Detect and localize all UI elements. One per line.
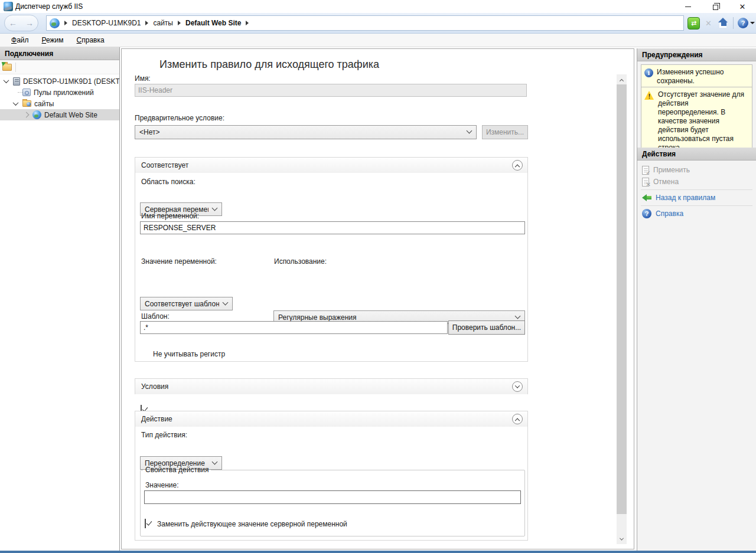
match-section: Соответствует Область поиска: Серверная … xyxy=(135,157,528,362)
variable-name-field[interactable] xyxy=(140,221,525,234)
variable-name-label: Имя переменной: xyxy=(141,212,199,220)
precondition-select[interactable]: <Нет> xyxy=(135,125,477,139)
action-type-label: Тип действия: xyxy=(141,431,187,439)
collapse-button[interactable] xyxy=(512,160,523,171)
window-title: Диспетчер служб IIS xyxy=(15,2,83,11)
minimize-button[interactable] xyxy=(674,0,702,13)
alert-info: i Изменения успешно сохранены. xyxy=(641,64,752,89)
connections-panel: Подключения DESKTOP-U1MK9D1 (DESKTOP Пул… xyxy=(0,47,120,551)
home-button[interactable] xyxy=(717,17,729,29)
back-nav-button[interactable]: ← xyxy=(9,19,17,27)
info-icon: i xyxy=(644,68,653,77)
apply-action: ✓ Применить xyxy=(637,164,756,176)
title-bar: Диспетчер служб IIS ✕ xyxy=(0,0,756,13)
variable-value-select[interactable]: Соответствует шаблону xyxy=(140,297,233,310)
tree-item-label: сайты xyxy=(34,100,54,108)
tree-item-default-web-site[interactable]: Default Web Site xyxy=(0,109,119,120)
action-section-header[interactable]: Действие xyxy=(135,411,527,427)
help-label: Справка xyxy=(656,210,683,218)
chevron-down-icon xyxy=(467,128,472,134)
pattern-field[interactable] xyxy=(140,321,448,334)
chevron-down-icon xyxy=(515,383,520,388)
edit-precondition-label: Изменить... xyxy=(486,128,524,136)
tree-item-server[interactable]: DESKTOP-U1MK9D1 (DESKTOP xyxy=(0,76,119,87)
apply-label: Применить xyxy=(653,166,690,174)
test-pattern-label: Проверить шаблон... xyxy=(452,323,521,332)
name-field xyxy=(135,84,527,97)
chevron-up-icon xyxy=(515,165,520,169)
collapse-button[interactable] xyxy=(512,414,523,424)
nav-buttons: ← → xyxy=(4,15,38,31)
refresh-icon: ⇄ xyxy=(691,19,696,27)
site-globe-icon xyxy=(32,110,41,119)
match-section-header[interactable]: Соответствует xyxy=(135,158,527,173)
stop-button: ✕ xyxy=(703,18,714,29)
menu-view[interactable]: Режим xyxy=(37,34,69,46)
expand-button[interactable] xyxy=(512,381,523,392)
edit-precondition-button: Изменить... xyxy=(482,125,528,139)
address-bar: ← → DESKTOP-U1MK9D1 сайты Default Web Si… xyxy=(0,13,756,34)
tree-item-label: Default Web Site xyxy=(44,111,97,119)
main-scrollbar[interactable] xyxy=(617,74,627,544)
expander-down-icon[interactable] xyxy=(13,100,19,106)
chevron-down-icon xyxy=(750,22,755,24)
actions-header: Действия xyxy=(637,148,756,161)
close-icon: ✕ xyxy=(739,3,746,11)
help-menu-button[interactable]: ? xyxy=(738,18,755,28)
refresh-button[interactable]: ⇄ xyxy=(687,17,700,30)
menu-file[interactable]: Файл xyxy=(6,34,34,46)
variable-value-label: Значение переменной: xyxy=(141,257,217,266)
precondition-value: <Нет> xyxy=(139,128,463,136)
expander-down-icon[interactable] xyxy=(4,77,9,83)
chevron-up-icon xyxy=(620,79,624,83)
scroll-up-button[interactable] xyxy=(617,74,627,84)
name-label: Имя: xyxy=(135,74,151,83)
restore-button[interactable] xyxy=(702,0,729,13)
tree-item-sites[interactable]: сайты xyxy=(0,98,119,109)
warning-icon xyxy=(644,91,654,100)
right-panel: Предупреждения i Изменения успешно сохра… xyxy=(637,48,756,551)
value-field[interactable] xyxy=(144,490,521,504)
globe-icon xyxy=(50,18,60,28)
breadcrumb-separator-icon xyxy=(64,21,67,25)
test-pattern-button[interactable]: Проверить шаблон... xyxy=(448,320,525,335)
precondition-label: Предварительное условие: xyxy=(135,114,224,122)
scroll-down-button[interactable] xyxy=(617,534,627,544)
menu-help[interactable]: Справка xyxy=(71,34,110,46)
using-label: Использование: xyxy=(274,257,327,266)
chevron-down-icon xyxy=(223,299,229,305)
pattern-label: Шаблон: xyxy=(141,312,170,320)
minimize-icon xyxy=(685,6,691,7)
main-content: Изменить правило для исходящего трафика … xyxy=(121,48,634,549)
breadcrumb-item-sites[interactable]: сайты xyxy=(153,19,173,27)
replace-value-label: Заменить действующее значение серверной … xyxy=(157,520,347,528)
expander-right-icon[interactable] xyxy=(24,112,30,118)
help-action[interactable]: ? Справка xyxy=(637,208,756,220)
breadcrumb-item-site[interactable]: Default Web Site xyxy=(185,19,241,27)
address-bar-actions: ⇄ ✕ ? xyxy=(687,16,755,30)
divider xyxy=(641,205,752,206)
help-icon: ? xyxy=(738,18,748,28)
action-section: Действие Тип действия: Переопределение С… xyxy=(135,411,528,541)
breadcrumb[interactable]: DESKTOP-U1MK9D1 сайты Default Web Site xyxy=(46,15,684,31)
back-to-rules-action[interactable]: Назад к правилам xyxy=(637,192,756,204)
apply-icon: ✓ xyxy=(642,166,649,175)
save-connections-icon[interactable] xyxy=(2,64,12,71)
back-arrow-icon xyxy=(642,194,651,201)
iis-app-icon xyxy=(4,2,13,11)
divider xyxy=(641,189,752,190)
breadcrumb-item-server[interactable]: DESKTOP-U1MK9D1 xyxy=(72,19,141,27)
scrollbar-thumb[interactable] xyxy=(617,84,627,514)
restore-icon xyxy=(713,5,718,10)
replace-value-checkbox[interactable] xyxy=(145,519,146,528)
tree-item-label: DESKTOP-U1MK9D1 (DESKTOP xyxy=(23,77,119,86)
action-properties-legend: Свойства действия xyxy=(143,466,211,474)
tree-item-app-pools[interactable]: Пулы приложений xyxy=(0,87,119,98)
forward-nav-button[interactable]: → xyxy=(25,19,34,27)
value-label: Значение: xyxy=(145,481,179,489)
conditions-section-header[interactable]: Условия xyxy=(135,379,527,394)
close-button[interactable]: ✕ xyxy=(729,0,756,13)
chevron-down-icon xyxy=(515,313,521,319)
server-icon xyxy=(13,77,20,86)
sites-folder-icon xyxy=(22,100,31,107)
